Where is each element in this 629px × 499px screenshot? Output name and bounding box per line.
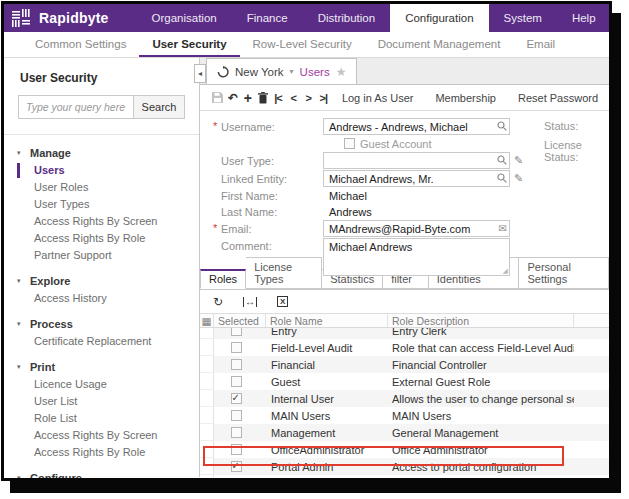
fit-to-screen-icon[interactable]: ↔: [243, 297, 257, 307]
sidebar-item-print-access-rights-by-role[interactable]: Access Rights By Role: [4, 444, 199, 461]
save-icon[interactable]: [210, 92, 225, 103]
go-first-icon[interactable]: |<: [270, 92, 285, 104]
row-checkbox[interactable]: [231, 359, 242, 370]
go-next-icon[interactable]: >: [301, 92, 316, 104]
first-name-value: Michael: [323, 190, 367, 202]
breadcrumb-screen[interactable]: Users: [300, 66, 330, 78]
nav-item-organisation[interactable]: Organisation: [136, 4, 231, 32]
nav-item-system[interactable]: System: [489, 4, 557, 32]
sidebar-item-user-list[interactable]: User List: [4, 393, 199, 410]
table-row[interactable]: Field-Level Audit Role that can access F…: [200, 339, 609, 356]
username-field[interactable]: [323, 118, 510, 135]
section-header-manage[interactable]: ▾ Manage: [4, 144, 199, 162]
subnav-document-management[interactable]: Document Management: [365, 32, 514, 57]
column-header-selected[interactable]: Selected: [214, 314, 266, 327]
chevron-down-icon[interactable]: ▾: [290, 67, 294, 76]
add-record-icon[interactable]: +: [240, 90, 255, 106]
row-checkbox[interactable]: [231, 410, 242, 421]
grid-rows: Entry Entry Clerk Field-Level Audit Role…: [200, 322, 609, 477]
nav-item-help[interactable]: Help: [557, 4, 611, 32]
sidebar-item-access-rights-by-screen[interactable]: Access Rights By Screen: [4, 213, 199, 230]
last-name-value: Andrews: [323, 206, 372, 218]
roles-grid: ▦ Selected Role Name Role Description En…: [200, 314, 609, 477]
user-type-field[interactable]: [323, 152, 510, 169]
sidebar-item-access-rights-by-role[interactable]: Access Rights By Role: [4, 230, 199, 247]
envelope-icon[interactable]: ✉: [499, 223, 507, 234]
sidebar-title: User Security: [4, 58, 199, 95]
brand-logo[interactable]: Rapidbyte: [4, 4, 118, 32]
document-tab[interactable]: New York ▾ Users ★: [206, 58, 357, 84]
sidebar-item-print-access-rights-by-screen[interactable]: Access Rights By Screen: [4, 427, 199, 444]
table-row[interactable]: Financial Financial Controller: [200, 356, 609, 373]
sidebar-item-partner-support[interactable]: Partner Support: [4, 247, 199, 264]
row-checkbox[interactable]: [231, 342, 242, 353]
username-label: Username:: [200, 121, 323, 133]
column-header-role-description[interactable]: Role Description: [388, 314, 574, 327]
sidebar-search: Search: [18, 95, 185, 119]
undo-icon[interactable]: ↶: [225, 91, 240, 105]
record-toolbar: ↶ + |< < > >| Log in As User Membership …: [200, 85, 609, 111]
lookup-icon[interactable]: [497, 173, 507, 183]
sidebar-item-role-list[interactable]: Role List: [4, 410, 199, 427]
lookup-icon[interactable]: [497, 121, 507, 131]
row-checkbox[interactable]: [231, 376, 242, 387]
table-row[interactable]: Portal User Portal user: [200, 475, 609, 477]
section-header-explore[interactable]: ▾ Explore: [4, 272, 199, 290]
sidebar-item-licence-usage[interactable]: Licence Usage: [4, 376, 199, 393]
section-header-process[interactable]: ▾ Process: [4, 315, 199, 333]
breadcrumb-location[interactable]: New York: [235, 66, 284, 78]
section-header-print[interactable]: ▾ Print: [4, 358, 199, 376]
section-header-configure[interactable]: ▾ Configure: [4, 469, 199, 481]
table-row[interactable]: Internal User Allows the user to change …: [200, 390, 609, 407]
column-header-role-name[interactable]: Role Name: [266, 314, 388, 327]
email-field[interactable]: [323, 220, 510, 237]
chevron-down-icon: ▾: [17, 277, 24, 285]
refresh-icon[interactable]: [217, 66, 229, 78]
table-row[interactable]: MAIN Users MAIN Users: [200, 407, 609, 424]
reset-password-button[interactable]: Reset Password: [507, 92, 609, 104]
edit-pencil-icon[interactable]: ✎: [514, 154, 523, 167]
table-row[interactable]: OfficeAdministrator Office Administrator: [200, 441, 609, 458]
table-row[interactable]: Guest External Guest Role: [200, 373, 609, 390]
sidebar-item-certificate-replacement[interactable]: Certificate Replacement: [4, 333, 199, 350]
sidebar-item-users[interactable]: Users: [4, 162, 199, 179]
row-checkbox[interactable]: [231, 393, 242, 404]
guest-account-checkbox[interactable]: [344, 138, 355, 149]
linked-entity-field[interactable]: [323, 170, 510, 187]
sidebar: User Security Search ▾ Manage Users User…: [4, 58, 200, 477]
table-row[interactable]: Management General Management: [200, 424, 609, 441]
nav-item-configuration[interactable]: Configuration: [390, 4, 488, 32]
export-to-excel-icon[interactable]: X: [277, 296, 288, 307]
comment-field[interactable]: Michael Andrews: [323, 238, 510, 276]
go-last-icon[interactable]: >|: [316, 92, 331, 104]
subnav-user-security[interactable]: User Security: [139, 32, 239, 57]
email-label: Email:: [200, 223, 323, 235]
sidebar-section-manage: ▾ Manage Users User Roles User Types Acc…: [4, 144, 199, 264]
favorite-star-icon[interactable]: ★: [336, 65, 347, 79]
go-previous-icon[interactable]: <: [286, 92, 301, 104]
search-input[interactable]: [18, 95, 133, 119]
membership-button[interactable]: Membership: [424, 92, 507, 104]
sidebar-item-access-history[interactable]: Access History: [4, 290, 199, 307]
column-config-icon[interactable]: ▦: [200, 314, 214, 327]
subnav-email[interactable]: Email: [513, 32, 568, 57]
subnav-common-settings[interactable]: Common Settings: [22, 32, 139, 57]
subnav-row-level-security[interactable]: Row-Level Security: [240, 32, 365, 57]
nav-item-finance[interactable]: Finance: [232, 4, 303, 32]
sidebar-section-process: ▾ Process Certificate Replacement: [4, 315, 199, 350]
sidebar-collapse-button[interactable]: ◂: [194, 64, 206, 83]
login-as-user-button[interactable]: Log in As User: [331, 92, 425, 104]
row-checkbox[interactable]: [231, 461, 242, 472]
row-checkbox[interactable]: [231, 427, 242, 438]
table-row-portal-admin[interactable]: Portal Admin Access to portal configurat…: [200, 458, 609, 475]
sidebar-item-user-roles[interactable]: User Roles: [4, 179, 199, 196]
delete-record-icon[interactable]: [255, 92, 270, 104]
status-column: Status: License Status:: [544, 120, 609, 170]
nav-item-distribution[interactable]: Distribution: [303, 4, 391, 32]
edit-pencil-icon[interactable]: ✎: [514, 172, 523, 185]
row-checkbox[interactable]: [231, 444, 242, 455]
grid-refresh-icon[interactable]: ↻: [213, 295, 223, 309]
search-button[interactable]: Search: [133, 95, 185, 119]
sidebar-item-user-types[interactable]: User Types: [4, 196, 199, 213]
lookup-icon[interactable]: [497, 155, 507, 165]
